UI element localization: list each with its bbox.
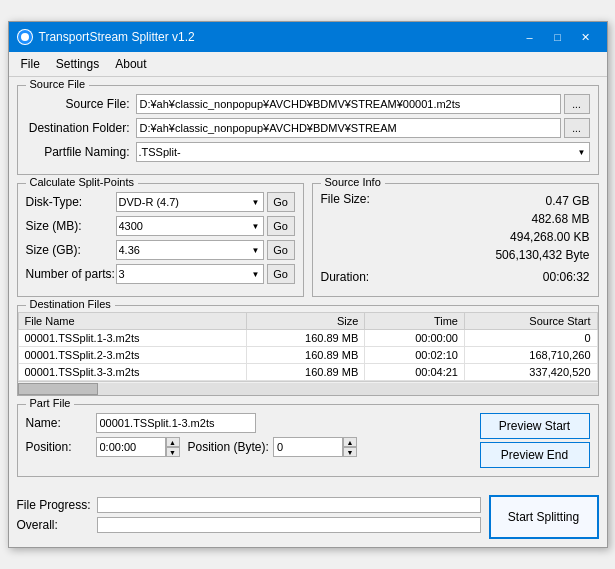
minimize-button[interactable]: – — [517, 28, 543, 46]
size-mb-label: Size (MB): — [26, 219, 116, 233]
size-gb-go-button[interactable]: Go — [267, 240, 295, 260]
cell-source-start: 337,420,520 — [465, 364, 598, 381]
file-size-label: File Size: — [321, 192, 370, 262]
menubar: File Settings About — [9, 52, 607, 77]
position-input[interactable] — [96, 437, 166, 457]
file-progress-label: File Progress: — [17, 498, 97, 512]
col-size: Size — [247, 313, 365, 330]
preview-start-button[interactable]: Preview Start — [480, 413, 590, 439]
cell-size: 160.89 MB — [247, 330, 365, 347]
byte-spinner-buttons: ▲ ▼ — [343, 437, 357, 457]
main-window: TransportStream Splitter v1.2 – □ ✕ File… — [8, 21, 608, 548]
dest-browse-button[interactable]: ... — [564, 118, 590, 138]
menu-file[interactable]: File — [13, 54, 48, 74]
calculate-section: Calculate Split-Points Disk-Type: DVD-R … — [17, 183, 304, 297]
size-gb-select-wrapper: 4.36 ▼ — [116, 240, 264, 260]
parts-go-button[interactable]: Go — [267, 264, 295, 284]
size-mb-select-wrapper: 4300 ▼ — [116, 216, 264, 236]
duration-value: 00:06:32 — [543, 270, 590, 284]
size-mb-go-button[interactable]: Go — [267, 216, 295, 236]
scrollbar-thumb[interactable] — [18, 383, 98, 395]
menu-settings[interactable]: Settings — [48, 54, 107, 74]
two-col-section: Calculate Split-Points Disk-Type: DVD-R … — [17, 183, 599, 297]
cell-source-start: 0 — [465, 330, 598, 347]
svg-point-1 — [21, 33, 29, 41]
source-browse-button[interactable]: ... — [564, 94, 590, 114]
part-position-row: Position: ▲ ▼ Position (Byte): — [26, 437, 472, 457]
source-file-section: Source File Source File: ... Destination… — [17, 85, 599, 175]
dest-table-wrapper: File Name Size Time Source Start 00001.T… — [18, 312, 598, 381]
size-mb-select[interactable]: 4300 — [116, 216, 264, 236]
progress-left: File Progress: Overall: — [17, 497, 481, 537]
part-name-label: Name: — [26, 416, 96, 430]
overall-progress-bar — [97, 517, 481, 533]
start-splitting-button[interactable]: Start Splitting — [489, 495, 599, 539]
byte-spinner: ▲ ▼ — [273, 437, 357, 457]
cell-time: 00:02:10 — [365, 347, 465, 364]
file-size-row: File Size: 0.47 GB 482.68 MB 494,268.00 … — [321, 192, 590, 264]
app-icon — [17, 29, 33, 45]
cell-filename: 00001.TSSplit.3-3.m2ts — [18, 364, 247, 381]
menu-about[interactable]: About — [107, 54, 154, 74]
info-section-label: Source Info — [321, 176, 385, 188]
cell-source-start: 168,710,260 — [465, 347, 598, 364]
position-down-button[interactable]: ▼ — [166, 447, 180, 457]
position-up-button[interactable]: ▲ — [166, 437, 180, 447]
table-header-row: File Name Size Time Source Start — [18, 313, 597, 330]
size-gb-row: Size (GB): 4.36 ▼ Go — [26, 240, 295, 260]
disk-type-select[interactable]: DVD-R (4.7) DVD-R (8.5) Blu-ray (25GB) C… — [116, 192, 264, 212]
partfile-select-wrapper: .TSSplit- ▼ — [136, 142, 590, 162]
dest-folder-label: Destination Folder: — [26, 121, 136, 135]
horizontal-scrollbar[interactable] — [18, 381, 598, 395]
cell-size: 160.89 MB — [247, 347, 365, 364]
parts-label: Number of parts: — [26, 267, 116, 281]
size-gb-select[interactable]: 4.36 — [116, 240, 264, 260]
duration-row: Duration: 00:06:32 — [321, 270, 590, 284]
part-name-input[interactable] — [96, 413, 256, 433]
cell-time: 00:00:00 — [365, 330, 465, 347]
position-label: Position: — [26, 440, 96, 454]
byte-input[interactable] — [273, 437, 343, 457]
part-file-section: Part File Name: Position: ▲ ▼ — [17, 404, 599, 477]
col-source-start: Source Start — [465, 313, 598, 330]
progress-row-container: File Progress: Overall: Start Splitting — [17, 495, 599, 539]
table-row[interactable]: 00001.TSSplit.1-3.m2ts 160.89 MB 00:00:0… — [18, 330, 597, 347]
maximize-button[interactable]: □ — [545, 28, 571, 46]
parts-select[interactable]: 3 2 4 5 — [116, 264, 264, 284]
preview-buttons: Preview Start Preview End — [480, 413, 590, 468]
disk-type-select-wrapper: DVD-R (4.7) DVD-R (8.5) Blu-ray (25GB) C… — [116, 192, 264, 212]
dest-section-label: Destination Files — [26, 298, 115, 310]
overall-progress-row: Overall: — [17, 517, 481, 533]
source-file-input[interactable] — [136, 94, 561, 114]
table-row[interactable]: 00001.TSSplit.3-3.m2ts 160.89 MB 00:04:2… — [18, 364, 597, 381]
destination-section: Destination Files File Name Size Time So… — [17, 305, 599, 396]
close-button[interactable]: ✕ — [573, 28, 599, 46]
titlebar: TransportStream Splitter v1.2 – □ ✕ — [9, 22, 607, 52]
source-info-section: Source Info File Size: 0.47 GB 482.68 MB… — [312, 183, 599, 297]
size-gb-label: Size (GB): — [26, 243, 116, 257]
position-byte-label: Position (Byte): — [188, 440, 269, 454]
byte-down-button[interactable]: ▼ — [343, 447, 357, 457]
byte-up-button[interactable]: ▲ — [343, 437, 357, 447]
preview-end-button[interactable]: Preview End — [480, 442, 590, 468]
file-size-kb: 494,268.00 KB — [370, 228, 590, 246]
disk-type-row: Disk-Type: DVD-R (4.7) DVD-R (8.5) Blu-r… — [26, 192, 295, 212]
file-progress-row: File Progress: — [17, 497, 481, 513]
cell-time: 00:04:21 — [365, 364, 465, 381]
partfile-label: Partfile Naming: — [26, 145, 136, 159]
table-row[interactable]: 00001.TSSplit.2-3.m2ts 160.89 MB 00:02:1… — [18, 347, 597, 364]
parts-row: Number of parts: 3 2 4 5 ▼ Go — [26, 264, 295, 284]
cell-size: 160.89 MB — [247, 364, 365, 381]
cell-filename: 00001.TSSplit.2-3.m2ts — [18, 347, 247, 364]
partfile-select[interactable]: .TSSplit- — [136, 142, 590, 162]
calc-section-label: Calculate Split-Points — [26, 176, 139, 188]
content-area: Source File Source File: ... Destination… — [9, 77, 607, 493]
dest-folder-input[interactable] — [136, 118, 561, 138]
disk-type-label: Disk-Type: — [26, 195, 116, 209]
source-file-label: Source File: — [26, 97, 136, 111]
duration-label: Duration: — [321, 270, 370, 284]
disk-type-go-button[interactable]: Go — [267, 192, 295, 212]
partfile-naming-row: Partfile Naming: .TSSplit- ▼ — [26, 142, 590, 162]
file-progress-bar — [97, 497, 481, 513]
bottom-section: File Progress: Overall: Start Splitting — [9, 493, 607, 547]
